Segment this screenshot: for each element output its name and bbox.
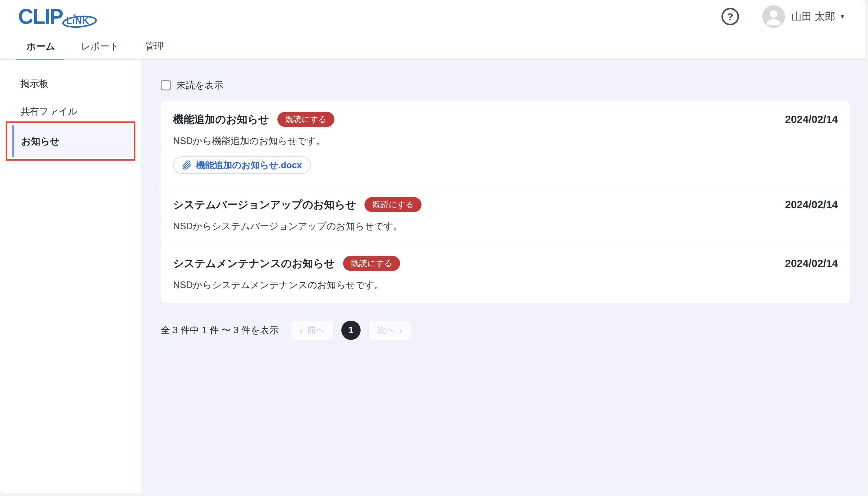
notification-title: システムメンテナンスのお知らせ [173, 257, 335, 270]
notification-description: NSDからシステムバージョンアップのお知らせです。 [173, 220, 838, 233]
mark-read-button[interactable]: 既読にする [365, 197, 422, 212]
notification-description: NSDから機能追加のお知らせです。 [173, 135, 838, 148]
chevron-left-icon: ‹ [300, 325, 303, 335]
current-page-indicator[interactable]: 1 [341, 321, 361, 340]
app-header: CLIP LiNK ? 山田 太郎 ▼ [0, 0, 865, 33]
unread-filter-row: 未読を表示 [161, 79, 850, 92]
notifications-page: 未読を表示 機能追加のお知らせ 既読にする 2024/02/14 NSDから機能… [141, 60, 865, 493]
next-page-button[interactable]: 次へ › [368, 321, 411, 340]
notification-date: 2024/02/14 [785, 257, 838, 269]
sidebar-item-notifications[interactable]: お知らせ [12, 125, 132, 157]
sidebar-item-bulletin-board[interactable]: 掲示板 [0, 70, 141, 98]
unread-filter-checkbox[interactable] [161, 80, 171, 90]
logo-link-text: LiNK [63, 14, 93, 28]
notification-date: 2024/02/14 [785, 113, 838, 125]
logo-clip-text: CLIP [18, 6, 62, 27]
tab-home[interactable]: ホーム [27, 33, 55, 59]
sidebar: 掲示板 共有ファイル お知らせ [0, 60, 141, 493]
tab-admin-label: 管理 [145, 40, 164, 53]
prev-page-label: 前へ [307, 324, 325, 336]
sidebar-item-label: お知らせ [21, 135, 59, 148]
person-icon [763, 6, 784, 27]
notification-description: NSDからシステムメンテナンスのお知らせです。 [173, 279, 838, 291]
notification-item: システムバージョンアップのお知らせ 既読にする 2024/02/14 NSDから… [161, 186, 850, 245]
pagination-summary: 全 3 件中 1 件 〜 3 件を表示 [161, 324, 279, 337]
sidebar-item-label: 共有ファイル [20, 105, 77, 118]
user-name: 山田 太郎 [791, 10, 835, 24]
mark-read-button[interactable]: 既読にする [277, 112, 334, 127]
avatar [762, 5, 785, 28]
main-nav: ホーム レポート 管理 [0, 33, 865, 60]
unread-filter-label: 未読を表示 [177, 79, 224, 92]
help-icon[interactable]: ? [721, 8, 739, 25]
tab-admin[interactable]: 管理 [145, 33, 164, 59]
prev-page-button[interactable]: ‹ 前へ [291, 321, 333, 340]
paperclip-icon [182, 160, 192, 170]
notification-item: システムメンテナンスのお知らせ 既読にする 2024/02/14 NSDからシス… [161, 245, 850, 304]
tab-report-label: レポート [81, 40, 119, 53]
notification-title: システムバージョンアップのお知らせ [173, 198, 356, 211]
app-window: CLIP LiNK ? 山田 太郎 ▼ [0, 0, 865, 493]
notification-item: 機能追加のお知らせ 既読にする 2024/02/14 NSDから機能追加のお知ら… [161, 101, 850, 186]
tab-report[interactable]: レポート [81, 33, 119, 59]
sidebar-item-shared-files[interactable]: 共有ファイル [0, 98, 141, 125]
pagination: 全 3 件中 1 件 〜 3 件を表示 ‹ 前へ 1 次へ › [161, 321, 850, 340]
next-page-label: 次へ [377, 324, 395, 336]
attachment-chip[interactable]: 機能追加のお知らせ.docx [173, 156, 311, 174]
logo-swoosh-ellipse [62, 14, 97, 29]
user-menu[interactable]: 山田 太郎 ▼ [762, 5, 846, 28]
tab-home-label: ホーム [27, 40, 55, 53]
sidebar-item-label: 掲示板 [20, 77, 48, 90]
notification-list-card: 機能追加のお知らせ 既読にする 2024/02/14 NSDから機能追加のお知ら… [161, 100, 850, 304]
chevron-right-icon: › [399, 325, 402, 335]
chevron-down-icon: ▼ [839, 13, 846, 20]
mark-read-button[interactable]: 既読にする [343, 256, 400, 271]
notification-title: 機能追加のお知らせ [173, 113, 269, 126]
attachment-filename: 機能追加のお知らせ.docx [196, 159, 302, 171]
notification-date: 2024/02/14 [785, 199, 838, 211]
cliplink-logo[interactable]: CLIP LiNK [18, 6, 93, 27]
help-question-glyph: ? [727, 11, 733, 22]
